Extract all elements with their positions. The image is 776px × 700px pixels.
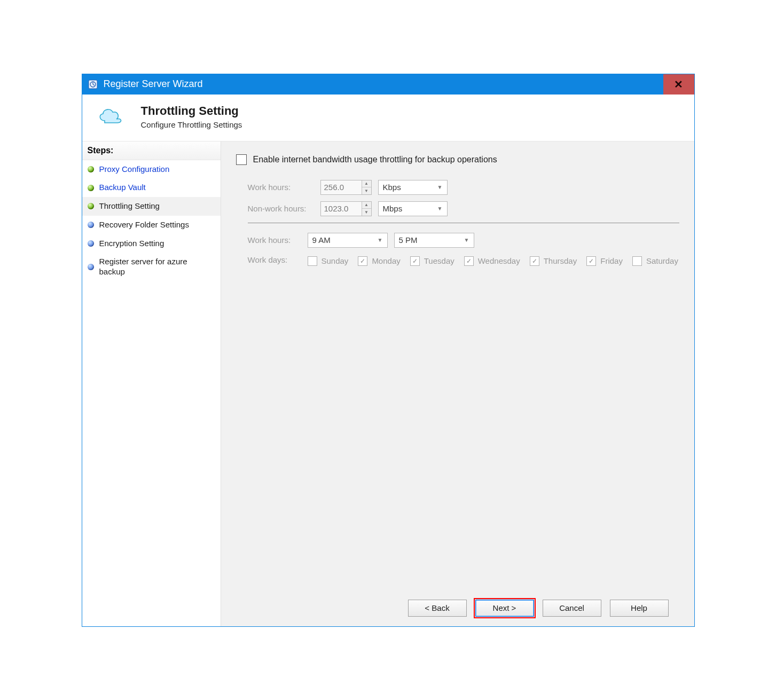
next-button[interactable]: Next > xyxy=(475,600,534,617)
chevron-down-icon: ▼ xyxy=(437,206,443,211)
step-bullet-icon xyxy=(88,264,94,270)
step-proxy-configuration[interactable]: Proxy Configuration xyxy=(82,160,221,179)
chevron-down-icon: ▼ xyxy=(378,237,383,243)
step-label: Backup Vault xyxy=(99,183,146,193)
nonwork-hours-unit-select[interactable]: Mbps ▼ xyxy=(378,201,448,216)
step-label: Encryption Setting xyxy=(99,239,164,249)
spin-value: 1023.0 xyxy=(321,204,362,213)
day-label: Thursday xyxy=(544,256,577,265)
step-bullet-icon xyxy=(88,222,94,228)
enable-throttling-label: Enable internet bandwidth usage throttli… xyxy=(253,155,497,164)
separator xyxy=(248,223,679,223)
day-tuesday: Tuesday xyxy=(410,256,454,266)
spin-value: 256.0 xyxy=(321,183,362,192)
day-saturday-checkbox[interactable] xyxy=(632,256,642,266)
step-bullet-icon xyxy=(88,240,94,247)
work-hours-time-label: Work hours: xyxy=(248,235,308,245)
chevron-down-icon: ▼ xyxy=(437,184,443,190)
cloud-icon xyxy=(95,106,126,127)
day-label: Tuesday xyxy=(424,256,454,265)
window-title: Register Server Wizard xyxy=(104,74,663,95)
day-monday: Monday xyxy=(358,256,400,266)
work-hours-unit-select[interactable]: Kbps ▼ xyxy=(378,180,448,195)
steps-heading: Steps: xyxy=(82,141,221,160)
work-hours-bandwidth-input[interactable]: 256.0 ▲ ▼ xyxy=(320,180,372,195)
cancel-button[interactable]: Cancel xyxy=(543,600,601,617)
step-bullet-icon xyxy=(88,203,94,209)
step-recovery-folder-settings[interactable]: Recovery Folder Settings xyxy=(82,216,221,234)
wizard-footer: < Back Next > Cancel Help xyxy=(236,592,679,626)
wizard-window: Register Server Wizard ✕ Throttling Sett… xyxy=(82,74,695,627)
wizard-body: Steps: Proxy Configuration Backup Vault … xyxy=(82,141,694,626)
close-icon: ✕ xyxy=(674,78,683,91)
work-hours-to-select[interactable]: 5 PM ▼ xyxy=(394,233,474,248)
step-label: Recovery Folder Settings xyxy=(99,220,189,230)
spin-arrows: ▲ ▼ xyxy=(362,202,371,216)
work-days-row: Work days: Sunday Monday Tuesday xyxy=(248,254,679,266)
day-saturday: Saturday xyxy=(632,256,678,266)
day-label: Friday xyxy=(600,256,623,265)
wizard-header: Throttling Setting Configure Throttling … xyxy=(82,95,694,141)
header-texts: Throttling Setting Configure Throttling … xyxy=(141,104,242,129)
main-panel: Enable internet bandwidth usage throttli… xyxy=(221,141,694,626)
work-hours-from-select[interactable]: 9 AM ▼ xyxy=(308,233,388,248)
work-days-wrap: Sunday Monday Tuesday Wednesday xyxy=(308,256,678,266)
chevron-down-icon: ▼ xyxy=(464,237,469,243)
select-value: Mbps xyxy=(383,204,403,213)
select-value: 5 PM xyxy=(399,235,418,245)
day-friday: Friday xyxy=(586,256,623,266)
close-button[interactable]: ✕ xyxy=(663,74,694,95)
step-label: Proxy Configuration xyxy=(99,164,170,175)
page-subtitle: Configure Throttling Settings xyxy=(141,120,242,129)
day-wednesday: Wednesday xyxy=(464,256,520,266)
step-register-server[interactable]: Register server for azure backup xyxy=(82,253,221,281)
step-label: Throttling Setting xyxy=(99,201,160,211)
day-label: Wednesday xyxy=(478,256,520,265)
step-label: Register server for azure backup xyxy=(99,257,215,277)
back-button[interactable]: < Back xyxy=(408,600,467,617)
day-tuesday-checkbox[interactable] xyxy=(410,256,420,266)
step-backup-vault[interactable]: Backup Vault xyxy=(82,178,221,197)
help-button[interactable]: Help xyxy=(610,600,669,617)
day-friday-checkbox[interactable] xyxy=(586,256,596,266)
work-hours-bandwidth-row: Work hours: 256.0 ▲ ▼ Kbps ▼ xyxy=(248,180,679,195)
step-throttling-setting[interactable]: Throttling Setting xyxy=(82,197,221,216)
step-bullet-icon xyxy=(88,185,94,191)
app-icon xyxy=(82,74,104,95)
day-thursday: Thursday xyxy=(530,256,577,266)
nonwork-hours-bandwidth-label: Non-work hours: xyxy=(248,204,320,213)
work-hours-time-row: Work hours: 9 AM ▼ 5 PM ▼ xyxy=(248,233,679,248)
select-value: Kbps xyxy=(383,183,401,192)
nonwork-hours-bandwidth-row: Non-work hours: 1023.0 ▲ ▼ Mbps ▼ xyxy=(248,201,679,216)
day-monday-checkbox[interactable] xyxy=(358,256,367,266)
steps-sidebar: Steps: Proxy Configuration Backup Vault … xyxy=(82,141,221,626)
nonwork-hours-bandwidth-input[interactable]: 1023.0 ▲ ▼ xyxy=(320,201,372,216)
day-sunday-checkbox[interactable] xyxy=(308,256,317,266)
spin-up-icon[interactable]: ▲ xyxy=(362,180,371,188)
day-label: Monday xyxy=(372,256,400,265)
day-sunday: Sunday xyxy=(308,256,349,266)
titlebar: Register Server Wizard ✕ xyxy=(82,74,694,95)
day-label: Saturday xyxy=(646,256,678,265)
spin-arrows: ▲ ▼ xyxy=(362,180,371,194)
spin-down-icon[interactable]: ▼ xyxy=(362,209,371,216)
day-wednesday-checkbox[interactable] xyxy=(464,256,474,266)
page-title: Throttling Setting xyxy=(141,104,242,118)
day-thursday-checkbox[interactable] xyxy=(530,256,539,266)
select-value: 9 AM xyxy=(312,235,331,245)
step-bullet-icon xyxy=(88,166,94,172)
enable-throttling-checkbox[interactable] xyxy=(236,154,247,165)
day-label: Sunday xyxy=(322,256,349,265)
enable-throttling-row: Enable internet bandwidth usage throttli… xyxy=(236,154,679,165)
work-days-label: Work days: xyxy=(248,254,308,264)
work-hours-bandwidth-label: Work hours: xyxy=(248,183,320,192)
spin-down-icon[interactable]: ▼ xyxy=(362,187,371,194)
spin-up-icon[interactable]: ▲ xyxy=(362,202,371,209)
step-encryption-setting[interactable]: Encryption Setting xyxy=(82,234,221,253)
throttling-settings-block: Work hours: 256.0 ▲ ▼ Kbps ▼ Non-work xyxy=(236,180,679,272)
